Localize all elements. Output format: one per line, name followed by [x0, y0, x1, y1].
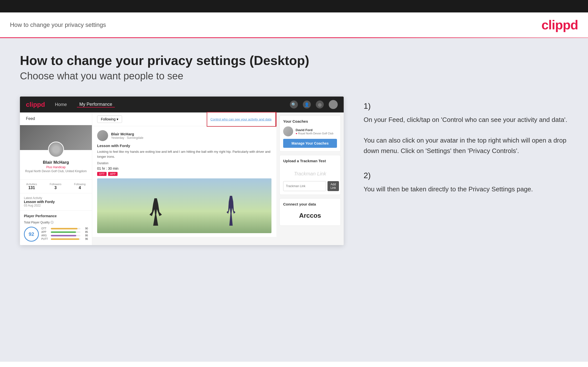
breadcrumb: How to change your privacy settings [10, 21, 106, 28]
annotation-line-vertical [275, 112, 276, 126]
stat-activities-label: Activities [26, 183, 37, 186]
top-bar [0, 0, 588, 12]
feed-tab[interactable]: Feed [20, 112, 92, 125]
stat-activities: Activities 131 [26, 183, 37, 190]
search-icon[interactable]: 🔍 [290, 101, 298, 108]
step1-text-part1: On your Feed, click/tap on 'Control who … [364, 116, 567, 123]
step2-text: You will then be taken directly to the P… [364, 184, 568, 195]
app-body: Feed Blair McHarg Plus Handicap Royal No… [20, 112, 344, 245]
footer: Copyright Clippd 2022 [0, 362, 588, 367]
golf-scene [97, 178, 271, 233]
profile-name: Blair McHarg [24, 160, 88, 165]
instructions-panel: 1) On your Feed, click/tap on 'Control w… [364, 97, 568, 214]
stat-followers: Followers 3 [50, 183, 61, 190]
step1-number: 1) [364, 102, 568, 111]
trackman-title: Upload a Trackman Test [283, 159, 337, 163]
instruction-step-1: 1) On your Feed, click/tap on 'Control w… [364, 102, 568, 156]
profile-club: Royal North Devon Golf Club, United King… [24, 169, 88, 173]
stat-following-label: Following [74, 183, 85, 186]
post-image [97, 178, 271, 233]
golfer-silhouette-2 [225, 196, 237, 226]
post-tags: OTT APP [97, 172, 271, 176]
nav-my-performance[interactable]: My Performance [77, 102, 115, 107]
post-duration-label: Duration [97, 161, 271, 165]
coach-club: ● Royal North Devon Golf Club [296, 132, 333, 135]
avatar-icon[interactable] [329, 100, 338, 109]
feed-header: Following ▾ Control who can see your act… [92, 112, 276, 126]
post-author-avatar [97, 130, 108, 141]
app-sidebar: Feed Blair McHarg Plus Handicap Royal No… [20, 112, 92, 245]
step1-text: On your Feed, click/tap on 'Control who … [364, 115, 568, 156]
post-body: Looking to feel like my hands are exitin… [97, 149, 271, 159]
following-button[interactable]: Following ▾ [97, 115, 122, 123]
latest-activity-title: Lesson with Fordy [24, 200, 88, 204]
metric-ott: OTT 90 [41, 227, 88, 230]
app-feed: Following ▾ Control who can see your act… [92, 112, 276, 245]
latest-activity-label: Latest Activity [24, 196, 88, 200]
step1-text-part2: You can also click on your avatar in the… [364, 137, 566, 155]
feed-header-wrapper: Following ▾ Control who can see your act… [92, 112, 276, 126]
coaches-title: Your Coaches [283, 119, 337, 123]
post-meta: Blair McHarg Yesterday · Sunningdale [111, 132, 271, 140]
stat-followers-value: 3 [50, 186, 61, 190]
content-grid: clippd Home My Performance 🔍 👤 ◎ Feed [20, 97, 568, 245]
quality-score: 92 [24, 227, 39, 242]
app-screenshot: clippd Home My Performance 🔍 👤 ◎ Feed [20, 97, 344, 245]
add-link-button[interactable]: Add Link [327, 181, 339, 191]
manage-coaches-button[interactable]: Manage Your Coaches [283, 139, 337, 148]
metric-putt: PUTT 96 [41, 238, 88, 240]
stat-activities-value: 131 [26, 186, 37, 190]
latest-activity: Latest Activity Lesson with Fordy 03 Aug… [20, 193, 92, 210]
trackman-input-row: Add Link [283, 181, 337, 191]
trackman-placeholder: Trackman Link [283, 166, 337, 179]
avatar-image [49, 142, 63, 157]
app-navbar: clippd Home My Performance 🔍 👤 ◎ [20, 97, 344, 112]
post-title: Lesson with Fordy [97, 144, 271, 148]
post-duration-value: 01 hr : 30 min [97, 166, 271, 170]
arccos-brand: Arccos [283, 209, 337, 222]
latest-activity-date: 03 Aug 2022 [24, 204, 88, 207]
tag-app: APP [108, 172, 118, 176]
privacy-link[interactable]: Control who can see your activity and da… [210, 117, 271, 121]
app-right-panel: Your Coaches David Ford ● Royal North De… [276, 112, 344, 245]
trackman-input[interactable] [283, 181, 326, 191]
golfer-silhouette-1 [149, 198, 162, 226]
performance-row: 92 OTT 90 APP [24, 227, 88, 242]
connect-data-title: Connect your data [283, 202, 337, 206]
page-subtitle: Choose what you want people to see [20, 70, 568, 82]
coaches-card: Your Coaches David Ford ● Royal North De… [279, 115, 341, 152]
coach-name: David Ford [296, 128, 333, 132]
profile-banner [20, 125, 92, 150]
coach-club-text: Royal North Devon Golf Club [298, 132, 333, 135]
stat-following: Following 4 [74, 183, 85, 190]
post-author-name: Blair McHarg [111, 132, 271, 136]
metric-bars: OTT 90 APP [41, 227, 88, 241]
stat-following-value: 4 [74, 186, 85, 190]
trackman-card: Upload a Trackman Test Trackman Link Add… [279, 155, 341, 195]
tag-ott: OTT [97, 172, 107, 176]
metric-app: APP 85 [41, 231, 88, 233]
connect-data-card: Connect your data Arccos [279, 198, 341, 226]
metric-arg: ARG 86 [41, 234, 88, 237]
player-performance: Player Performance Total Player Quality … [20, 210, 92, 245]
post-card: Blair McHarg Yesterday · Sunningdale Les… [92, 126, 276, 237]
profile-badge: Plus Handicap [24, 165, 88, 169]
app-nav-right: 🔍 👤 ◎ [290, 100, 338, 109]
app-logo: clippd [26, 101, 45, 108]
profile-stats: Activities 131 Followers 3 Following 4 [20, 179, 92, 193]
main-content: How to change your privacy settings (Des… [0, 38, 588, 362]
post-author-location: Yesterday · Sunningdale [111, 136, 271, 140]
logo: clippd [541, 17, 578, 32]
stat-followers-label: Followers [50, 183, 61, 186]
step2-number: 2) [364, 171, 568, 180]
page-title: How to change your privacy settings (Des… [20, 53, 568, 68]
header: How to change your privacy settings clip… [0, 12, 588, 37]
instruction-step-2: 2) You will then be taken directly to th… [364, 171, 568, 195]
coach-info: David Ford ● Royal North Devon Golf Club [296, 128, 333, 135]
quality-label: Total Player Quality ⓘ [24, 220, 88, 225]
player-performance-title: Player Performance [24, 214, 88, 218]
nav-home[interactable]: Home [53, 102, 69, 107]
location-icon[interactable]: ◎ [316, 101, 324, 108]
coach-avatar [283, 126, 293, 136]
person-icon[interactable]: 👤 [303, 101, 311, 108]
